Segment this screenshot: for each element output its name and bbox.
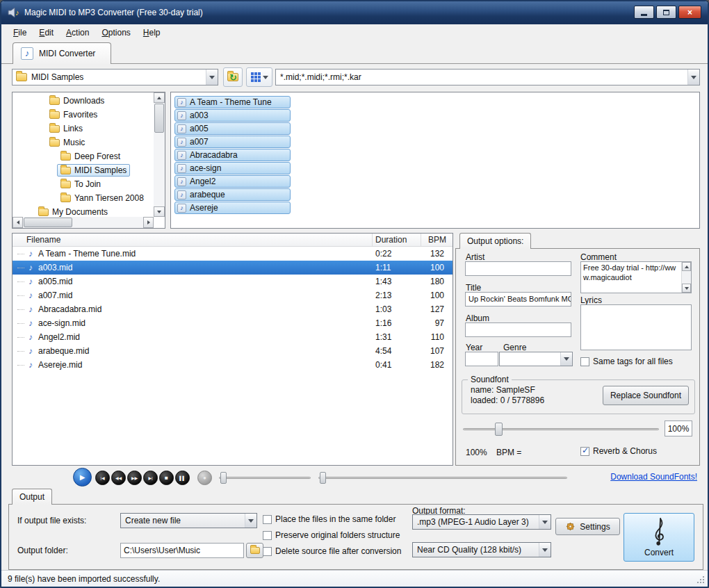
menu-options[interactable]: Options: [95, 26, 136, 40]
folder-tree-item[interactable]: To Join: [13, 177, 154, 191]
delete-source-checkbox[interactable]: [263, 547, 272, 556]
year-field[interactable]: [465, 352, 498, 366]
folder-tree-item[interactable]: Yann Tiersen 2008: [13, 191, 154, 205]
volume-slider[interactable]: [463, 428, 659, 430]
file-browser-item[interactable]: Abracadabra: [174, 149, 291, 161]
maximize-button[interactable]: [656, 6, 676, 19]
table-row[interactable]: a005.mid 1:43 180: [13, 275, 453, 288]
tab-midi-converter[interactable]: ♪ MIDI Converter: [13, 42, 111, 64]
file-browser-item[interactable]: arabeque: [174, 188, 291, 201]
play-button[interactable]: ▶: [73, 468, 92, 487]
folder-combo[interactable]: MIDI Samples: [12, 69, 218, 85]
view-mode-button[interactable]: [246, 67, 272, 87]
skip-forward-button[interactable]: ▶|: [143, 471, 158, 485]
tab-output-options[interactable]: Output options:: [459, 233, 531, 249]
tree-horizontal-scrollbar[interactable]: [13, 217, 154, 228]
column-bpm[interactable]: BPM: [421, 234, 453, 246]
same-tags-checkbox-row[interactable]: Same tags for all files: [580, 357, 673, 366]
menu-file[interactable]: File: [7, 26, 33, 40]
output-format-combo[interactable]: .mp3 (MPEG-1 Audio Layer 3): [412, 514, 551, 530]
convert-button[interactable]: Convert: [624, 513, 694, 562]
resize-grip[interactable]: [697, 576, 699, 578]
same-folder-checkbox-row[interactable]: Place the files in the same folder: [263, 514, 396, 524]
menu-action[interactable]: Action: [60, 26, 95, 40]
delete-source-checkbox-row[interactable]: Delete source file after conversion: [263, 546, 401, 556]
scroll-up-button[interactable]: [154, 92, 165, 103]
table-row[interactable]: Abracadabra.mid 1:03 127: [13, 302, 453, 316]
file-browser-item[interactable]: Angel2: [174, 175, 291, 188]
scroll-right-button[interactable]: [143, 217, 154, 228]
table-row[interactable]: ace-sign.mid 1:16 97: [13, 316, 453, 330]
menu-edit[interactable]: Edit: [33, 26, 60, 40]
scroll-left-button[interactable]: [13, 217, 23, 228]
output-folder-field[interactable]: C:\Users\User\Music: [120, 543, 244, 558]
folder-tree-item[interactable]: Downloads: [13, 94, 154, 108]
seek-slider[interactable]: [318, 477, 567, 479]
rewind-button[interactable]: ◀◀: [111, 471, 126, 485]
comment-scrollbar[interactable]: [681, 262, 691, 293]
folder-tree-item[interactable]: My Documents: [13, 205, 154, 217]
folder-tree-item[interactable]: Favorites: [13, 108, 154, 122]
volume-slider-thumb[interactable]: [495, 423, 503, 436]
output-format-dropdown[interactable]: [539, 515, 551, 529]
settings-button[interactable]: Settings: [555, 518, 620, 535]
table-row[interactable]: arabeque.mid 4:54 107: [13, 344, 453, 358]
table-row[interactable]: Angel2.mid 1:31 110: [13, 330, 453, 344]
close-button[interactable]: ×: [678, 6, 701, 19]
column-duration[interactable]: Duration: [373, 234, 421, 246]
horizontal-scroll-thumb[interactable]: [24, 218, 72, 227]
table-row[interactable]: a007.mid 2:13 100: [13, 288, 453, 302]
browse-folder-button[interactable]: [246, 543, 263, 558]
fast-forward-button[interactable]: ▶▶: [127, 471, 142, 485]
same-folder-checkbox[interactable]: [263, 515, 272, 524]
vertical-scroll-thumb[interactable]: [154, 104, 164, 133]
genre-combo[interactable]: [499, 352, 573, 366]
titlebar[interactable]: ♪ Magic MIDI to MP3 Converter (Free 30-d…: [1, 1, 708, 24]
if-exists-combo[interactable]: Create new file: [120, 513, 257, 528]
replace-soundfont-button[interactable]: Replace Soundfont: [603, 386, 689, 405]
file-browser-item[interactable]: ace-sign: [174, 162, 291, 174]
title-field[interactable]: Up Rockin' Beats Bomfunk MC: [465, 292, 571, 307]
folder-tree-item[interactable]: Music: [13, 136, 154, 149]
minimize-button[interactable]: [634, 6, 654, 19]
folder-tree-item[interactable]: MIDI Samples: [13, 163, 154, 177]
folder-tree-item[interactable]: Deep Forest: [13, 149, 154, 163]
file-filter-combo[interactable]: *.mid;*.midi;*.rmi;*.kar: [275, 69, 700, 85]
skip-back-button[interactable]: |◀: [95, 471, 110, 485]
scroll-up-button[interactable]: [682, 262, 691, 271]
preserve-folders-checkbox-row[interactable]: Preserve original folders structure: [263, 530, 400, 540]
pause-button[interactable]: ▌▌: [175, 471, 190, 485]
filter-combo-dropdown[interactable]: [687, 70, 699, 85]
seek-slider-thumb[interactable]: [320, 472, 326, 484]
table-row[interactable]: Asereje.mid 0:41 182: [13, 358, 453, 372]
scroll-down-button[interactable]: [154, 206, 165, 217]
pitch-slider[interactable]: [219, 477, 311, 479]
download-soundfonts-link[interactable]: Download SoundFonts!: [610, 472, 697, 482]
file-browser-item[interactable]: A Team - Theme Tune: [174, 96, 291, 108]
quality-combo[interactable]: Near CD Quality (128 kbit/s): [412, 542, 551, 557]
file-browser-item[interactable]: a007: [174, 136, 291, 148]
scroll-down-button[interactable]: [682, 284, 691, 293]
quality-dropdown[interactable]: [539, 543, 551, 557]
artist-field[interactable]: [465, 261, 571, 276]
album-field[interactable]: [465, 322, 571, 337]
same-tags-checkbox[interactable]: [580, 357, 589, 366]
table-row[interactable]: a003.mid 1:11 100: [13, 261, 453, 275]
reverb-chorus-row[interactable]: Reverb & Chorus: [580, 446, 657, 456]
reverb-chorus-checkbox[interactable]: [580, 447, 589, 456]
comment-field[interactable]: Free 30-day trial - http://www.magicaudi…: [580, 261, 692, 293]
tree-vertical-scrollbar[interactable]: [154, 92, 165, 217]
folder-combo-dropdown[interactable]: [206, 70, 218, 85]
refresh-folder-button[interactable]: ↻: [223, 67, 243, 87]
folder-tree-item[interactable]: Links: [13, 122, 154, 136]
column-filename[interactable]: Filename: [13, 234, 373, 246]
file-browser-item[interactable]: a005: [174, 122, 291, 135]
pitch-slider-thumb[interactable]: [220, 472, 227, 484]
genre-dropdown[interactable]: [560, 352, 572, 366]
file-browser-item[interactable]: a003: [174, 109, 291, 122]
file-browser-item[interactable]: Asereje: [174, 202, 291, 214]
if-exists-dropdown[interactable]: [245, 514, 256, 528]
table-row[interactable]: A Team - Theme Tune.mid 0:22 132: [13, 247, 453, 261]
preserve-folders-checkbox[interactable]: [263, 531, 272, 540]
record-button[interactable]: ●: [197, 471, 212, 485]
